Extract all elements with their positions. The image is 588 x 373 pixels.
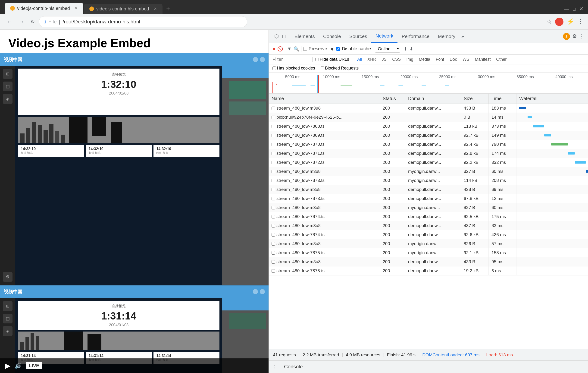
network-table[interactable]: Name Status Domain Size Time Waterfall s… (269, 94, 588, 349)
thumb-top-2[interactable]: 14:32:10 频道 预览 (86, 145, 152, 157)
preserve-log-checkbox[interactable]: Preserve log (303, 46, 335, 51)
tab-network[interactable]: Network (371, 30, 398, 43)
row-checkbox[interactable] (272, 107, 275, 110)
vp-sidebar-item-1[interactable]: ⊞ (3, 69, 12, 79)
table-row[interactable]: stream_480_low-7868.ts 200 demopull.danw… (269, 122, 588, 131)
dt-cursor-icon[interactable]: ⬡ (273, 32, 281, 41)
record-button[interactable]: ● (273, 46, 275, 52)
table-row[interactable]: stream_480_low.m3u8 200 myorigin.danw...… (269, 167, 588, 176)
import-button[interactable]: ⬆ (403, 46, 408, 52)
back-button[interactable]: ← (5, 16, 14, 27)
dt-alert-badge[interactable]: 1 (563, 33, 570, 40)
row-checkbox[interactable] (272, 242, 275, 246)
throttle-select[interactable]: Online Fast 3G Slow 3G Offline (375, 45, 400, 53)
has-blocked-cookies-check[interactable]: Has blocked cookies (273, 66, 315, 71)
col-header-size[interactable]: Size (461, 94, 489, 104)
profile-circle[interactable] (555, 18, 564, 26)
table-row[interactable]: stream_480_low.m3u8 200 demopull.danw...… (269, 221, 588, 230)
filter-chip-ws[interactable]: WS (460, 56, 472, 63)
dt-inspector-icon[interactable]: □ (281, 32, 287, 41)
filter-chip-doc[interactable]: Doc (447, 56, 459, 63)
table-row[interactable]: stream_480_low-7874.ts 200 demopull.danw… (269, 212, 588, 221)
video-player-top[interactable]: 视频中国 ⊞ ◫ ◈ ⚙ (0, 53, 269, 285)
table-row[interactable]: stream_480_low.m3u8 200 myorigin.danw...… (269, 203, 588, 212)
vp-sidebar-item-2[interactable]: ◫ (3, 82, 12, 91)
tab-sources[interactable]: Sources (345, 30, 371, 42)
table-row[interactable]: stream_480_low-7871.ts 200 demopull.danw… (269, 149, 588, 158)
filter-chip-js[interactable]: JS (379, 56, 389, 63)
tab-console-bottom[interactable]: Console (279, 361, 307, 373)
table-row[interactable]: stream_480_low-7869.ts 200 demopull.danw… (269, 131, 588, 140)
tab-elements[interactable]: Elements (290, 30, 319, 42)
disable-cache-checkbox[interactable]: Disable cache (336, 46, 371, 51)
row-checkbox[interactable] (272, 215, 275, 219)
filter-chip-font[interactable]: Font (433, 56, 446, 63)
extensions-icon[interactable]: ⚡ (567, 18, 574, 25)
thumb-top-3[interactable]: 14:32:10 频道 预览 (154, 145, 220, 157)
minimize-icon[interactable]: — (564, 6, 569, 12)
tab-close-icon[interactable]: ✕ (74, 6, 78, 11)
dt-menu-icon[interactable]: ⋮ (579, 33, 584, 39)
row-checkbox[interactable] (272, 206, 275, 209)
tab-memory[interactable]: Memory (434, 30, 460, 42)
col-header-time[interactable]: Time (489, 94, 516, 104)
table-row[interactable]: stream_480_low.m3u8 200 myorigin.danw...… (269, 239, 588, 248)
maximize-icon[interactable]: □ (573, 7, 576, 12)
search-icon[interactable]: 🔍 (294, 46, 299, 52)
row-checkbox[interactable] (272, 197, 275, 200)
row-checkbox[interactable] (272, 125, 275, 128)
hide-data-urls-check[interactable]: Hide data URLs (315, 57, 349, 62)
tab-inactive[interactable]: videojs-contrib-hls embed ✕ (84, 4, 163, 14)
reload-button[interactable]: ↻ (29, 17, 37, 27)
row-checkbox[interactable] (272, 233, 275, 237)
filter-chip-css[interactable]: CSS (390, 56, 403, 63)
row-checkbox[interactable] (272, 170, 275, 173)
dt-settings-icon[interactable]: ⚙ (572, 33, 577, 39)
row-checkbox[interactable] (272, 134, 275, 137)
table-row[interactable]: stream_480_low-7873.ts 200 demopull.danw… (269, 194, 588, 203)
row-checkbox[interactable] (272, 224, 275, 228)
export-button[interactable]: ⬇ (409, 46, 413, 52)
table-row[interactable]: stream_480_low-7872.ts 200 demopull.danw… (269, 158, 588, 167)
col-header-domain[interactable]: Domain (405, 94, 461, 104)
vp2-sidebar-item-2[interactable]: ◫ (3, 314, 12, 323)
col-header-waterfall[interactable]: Waterfall (516, 94, 588, 104)
bookmark-icon[interactable]: ☆ (546, 18, 552, 25)
table-row[interactable]: stream_480_low.m3u8 200 demopull.danw...… (269, 257, 588, 266)
table-row[interactable]: stream_480_low-7875.ts 200 myorigin.danw… (269, 248, 588, 257)
dt-more-icon[interactable]: » (460, 32, 466, 41)
filter-chip-all[interactable]: All (355, 56, 364, 63)
tab-performance[interactable]: Performance (398, 30, 434, 42)
row-checkbox[interactable] (272, 188, 275, 191)
filter-chip-manifest[interactable]: Manifest (472, 56, 493, 63)
blocked-requests-check[interactable]: Blocked Requests (321, 66, 359, 71)
forward-button[interactable]: → (17, 16, 26, 27)
filter-chip-other[interactable]: Other (494, 56, 509, 63)
video-player-bottom[interactable]: 视频中国 ⊞ ◫ ◈ 直播预览 1:31:14 (0, 285, 269, 373)
menu-icon[interactable]: ⋮ (577, 18, 583, 25)
row-checkbox[interactable] (272, 260, 275, 264)
table-row[interactable]: stream_480_low.m3u8 200 demopull.danw...… (269, 185, 588, 194)
table-row[interactable]: stream_480_low-7875.ts 200 demopull.danw… (269, 266, 588, 275)
table-row[interactable]: stream_480_low-7874.ts 200 demopull.danw… (269, 230, 588, 239)
table-row[interactable]: stream_480_low-7870.ts 200 demopull.danw… (269, 140, 588, 149)
row-checkbox[interactable] (272, 269, 275, 273)
filter-chip-xhr[interactable]: XHR (365, 56, 378, 63)
row-checkbox[interactable] (272, 179, 275, 182)
tab-active[interactable]: videojs-contrib-hls embed ✕ (5, 3, 83, 14)
vp-sidebar-item-3[interactable]: ◈ (3, 94, 12, 104)
close-window-icon[interactable]: ✕ (579, 6, 583, 12)
vp2-sidebar-item-1[interactable]: ⊞ (3, 301, 12, 311)
row-checkbox[interactable] (272, 251, 275, 255)
new-tab-button[interactable]: + (163, 4, 173, 14)
filter-chip-img[interactable]: Img (404, 56, 416, 63)
table-row[interactable]: blob:null/924b78f4-9e29-4626-b... 200 0 … (269, 113, 588, 122)
vp-sidebar-item-4[interactable]: ⚙ (3, 272, 12, 282)
play-button[interactable]: ▶ (5, 362, 10, 370)
col-header-status[interactable]: Status (380, 94, 405, 104)
tab-close-inactive-icon[interactable]: ✕ (154, 6, 157, 11)
filter-input[interactable] (273, 57, 310, 62)
col-header-name[interactable]: Name (269, 94, 380, 104)
filter-icon[interactable]: ▼ (287, 46, 292, 51)
row-checkbox[interactable] (272, 116, 275, 119)
